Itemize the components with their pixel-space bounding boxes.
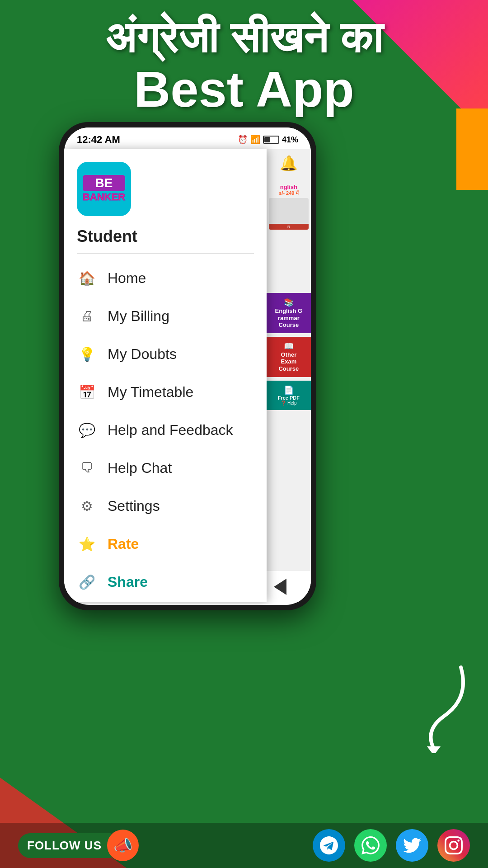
svg-marker-0 — [427, 746, 441, 753]
twitter-button[interactable] — [396, 829, 428, 862]
phone-screen: 🔔 nglish s/- 249 में R 📚 English Grammar… — [64, 149, 311, 602]
alarm-icon: ⏰ — [238, 135, 248, 145]
megaphone-icon: 📣 — [107, 830, 139, 861]
other-exam-card[interactable]: 📖 OtherExamCourse — [267, 337, 311, 377]
bottom-social-icons — [313, 829, 470, 862]
battery-icon — [263, 136, 279, 144]
menu-label-help-feedback: Help and Feedback — [108, 422, 233, 439]
menu-item-my-billing[interactable]: 🖨 My Billing — [64, 297, 267, 335]
navigation-drawer: BE BANKER Student 🏠 Home 🖨 My Billin — [64, 149, 267, 602]
menu-item-my-doubts[interactable]: 💡 My Doubts — [64, 335, 267, 373]
menu-label-share: Share — [108, 574, 148, 590]
doubts-icon: 💡 — [77, 344, 97, 364]
share-icon: 🔗 — [77, 572, 97, 592]
menu-label-rate: Rate — [108, 536, 139, 552]
menu-item-share[interactable]: 🔗 Share — [64, 563, 267, 601]
logo-banker-text: BANKER — [83, 191, 125, 203]
menu-item-rate[interactable]: ⭐ Rate — [64, 525, 267, 563]
phone-inner: 12:42 AM ⏰ 📶 41% 🔔 nglish s/- 249 में R — [64, 127, 311, 605]
status-time: 12:42 AM — [77, 134, 120, 146]
menu-item-my-timetable[interactable]: 📅 My Timetable — [64, 373, 267, 411]
hindi-title: अंग्रेजी सीखने का — [0, 14, 488, 61]
english-title: Best App — [0, 61, 488, 117]
battery-percent: 41% — [282, 135, 298, 145]
timetable-icon: 📅 — [77, 382, 97, 402]
instagram-button[interactable] — [437, 829, 470, 862]
drawer-divider — [77, 253, 254, 254]
follow-us-button[interactable]: FOLLOW US 📣 — [18, 830, 139, 861]
bg-orange-rect — [456, 108, 488, 190]
menu-item-help-chat[interactable]: 🗨 Help Chat — [64, 449, 267, 487]
menu-label-help-chat: Help Chat — [108, 460, 172, 476]
menu-item-logout[interactable]: 🚪 Logout — [64, 601, 267, 602]
menu-label-my-doubts: My Doubts — [108, 346, 177, 363]
menu-label-home: Home — [108, 270, 146, 287]
logo-be-text: BE — [83, 175, 125, 191]
app-logo: BE BANKER — [77, 162, 131, 216]
english-grammar-card[interactable]: 📚 English GrammarCourse — [267, 293, 311, 333]
star-icon: ⭐ — [77, 534, 97, 554]
nav-back-button[interactable] — [274, 579, 286, 595]
menu-item-home[interactable]: 🏠 Home — [64, 259, 267, 297]
other-exam-text: OtherExamCourse — [269, 351, 308, 373]
notification-bell[interactable]: 🔔 — [280, 155, 298, 172]
menu-item-help-feedback[interactable]: 💬 Help and Feedback — [64, 411, 267, 449]
bottom-whatsapp-button[interactable] — [354, 829, 387, 862]
home-icon: 🏠 — [77, 268, 97, 288]
settings-icon: ⚙ — [77, 496, 97, 516]
status-bar: 12:42 AM ⏰ 📶 41% — [64, 127, 311, 149]
billing-icon: 🖨 — [77, 306, 97, 326]
feedback-icon: 💬 — [77, 420, 97, 440]
phone-frame: 12:42 AM ⏰ 📶 41% 🔔 nglish s/- 249 में R — [59, 122, 316, 610]
telegram-button[interactable] — [313, 829, 345, 862]
free-pdf-card[interactable]: 📄 Free PDF ❓ Help — [267, 381, 311, 410]
screen-right-content: 🔔 nglish s/- 249 में R 📚 English Grammar… — [267, 149, 311, 602]
drawer-logo-area: BE BANKER — [64, 149, 267, 223]
bottom-bar: FOLLOW US 📣 — [0, 823, 488, 868]
signal-icon: 📶 — [250, 135, 260, 145]
menu-item-settings[interactable]: ⚙ Settings — [64, 487, 267, 525]
follow-us-text: FOLLOW US — [18, 833, 111, 858]
menu-label-my-timetable: My Timetable — [108, 384, 193, 401]
chat-icon: 🗨 — [77, 458, 97, 478]
menu-label-settings: Settings — [108, 498, 160, 514]
arrow-decoration — [398, 663, 470, 755]
menu-label-my-billing: My Billing — [108, 308, 169, 325]
drawer-username: Student — [64, 223, 267, 253]
title-area: अंग्रेजी सीखने का Best App — [0, 14, 488, 117]
status-icons: ⏰ 📶 41% — [238, 135, 298, 145]
